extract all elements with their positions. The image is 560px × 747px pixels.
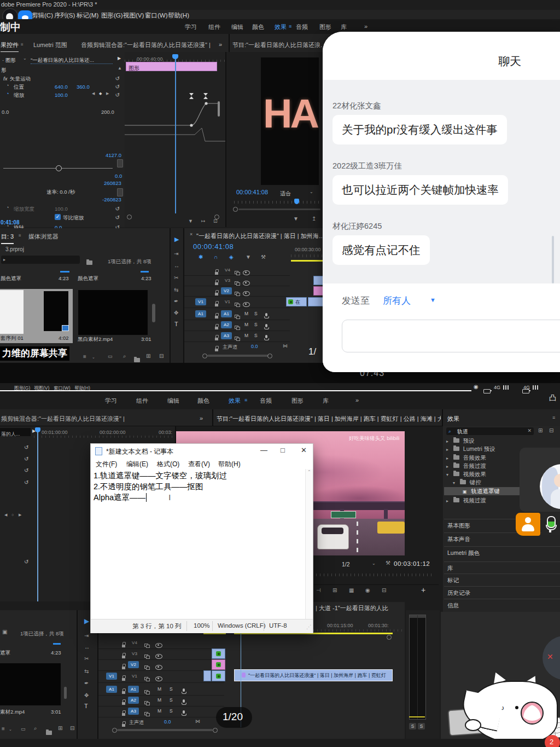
mute-button[interactable]: M <box>158 686 161 692</box>
tab-library[interactable]: 库 <box>341 23 347 31</box>
tab-program-monitor[interactable]: 节目:"一起看日落的人比日落还浪漫" | 落日 | 加州海岸 | 跑车 | 霓虹… <box>217 415 441 423</box>
uniform-scale-checkbox[interactable]: ✓ <box>55 214 61 220</box>
nest-indicator-icon[interactable]: ◈ <box>229 254 234 260</box>
tab-graphics[interactable]: 图形 <box>291 397 304 405</box>
scroll-handle-icon[interactable] <box>213 728 218 733</box>
selection-tool-icon[interactable]: ▶ <box>84 617 89 625</box>
add-marker-icon[interactable]: ▼ <box>293 216 299 222</box>
menu-item[interactable]: 格式(O) <box>157 460 179 469</box>
chat-message-bubble[interactable]: 感觉有点记不住 <box>332 235 430 265</box>
tab-library[interactable]: 库 <box>323 397 329 405</box>
menu-item[interactable]: 查看(V) <box>188 460 210 469</box>
zoom-level-select[interactable]: 适合 <box>280 190 291 198</box>
timeline-clip[interactable] <box>203 670 211 681</box>
scale-slider-handle[interactable] <box>56 165 62 171</box>
close-button[interactable]: ✕ <box>301 446 307 454</box>
selection-tool-icon[interactable]: ▶ <box>174 236 179 243</box>
tab-lumetri-scopes[interactable]: Lumetri 范围 <box>33 41 67 49</box>
add-keyframe-icon[interactable]: ◆ <box>99 91 102 95</box>
export-frame-icon[interactable]: ◉ <box>365 588 370 593</box>
mini-playhead-line[interactable] <box>37 432 38 601</box>
reset-icon[interactable]: ↺ <box>115 75 120 82</box>
source-patch-a1[interactable]: A1 <box>195 310 206 317</box>
timeline-clip[interactable] <box>313 276 323 285</box>
menu-item[interactable]: 编辑(E) <box>126 460 148 469</box>
participants-button[interactable] <box>516 513 540 536</box>
muted-camera-avatar[interactable]: ✕ <box>542 636 560 680</box>
trash-icon[interactable]: ⊟ <box>70 726 74 731</box>
track-name-targeted[interactable]: A3 <box>221 332 232 339</box>
scroll-handle-icon[interactable] <box>233 207 238 212</box>
scroll-handle-icon[interactable] <box>112 728 117 733</box>
track-name-targeted[interactable]: A1 <box>221 310 232 317</box>
mute-button[interactable]: M <box>158 708 161 714</box>
tab-edit[interactable]: 编辑 <box>167 397 179 405</box>
menu-item[interactable]: 序列(S) <box>54 11 75 20</box>
chevron-right-icon[interactable]: ▸ <box>446 464 448 469</box>
track-name-targeted[interactable]: V2 <box>128 661 139 668</box>
scroll-handle-icon[interactable] <box>127 215 132 219</box>
ease-keyframe-icon[interactable] <box>203 93 208 99</box>
track-lock-icon[interactable] <box>215 333 219 343</box>
chat-message-bubble[interactable]: 也可以拉近两个关键帧加快速率 <box>332 175 508 205</box>
export-icon[interactable]: ⊡ <box>213 219 218 224</box>
reset-icon[interactable]: ↺ <box>24 559 28 565</box>
reset-icon[interactable]: ↺ <box>24 444 28 450</box>
tab-overflow[interactable]: » <box>364 23 368 30</box>
timeline-clip-nested[interactable]: 在 <box>286 297 307 306</box>
program-scrub-marker[interactable] <box>294 199 299 204</box>
mute-button[interactable]: M <box>244 322 248 327</box>
fx-new-bin-icon[interactable]: ⊞ <box>538 428 542 433</box>
tab-effects-active[interactable]: 效果 <box>275 23 287 31</box>
panel-menu-icon[interactable]: ≡ <box>21 43 24 47</box>
track-lock-icon[interactable] <box>122 708 126 718</box>
notepad-scrollbar[interactable]: ⌃ <box>305 469 313 619</box>
next-keyframe-icon[interactable]: ▶ <box>19 513 21 517</box>
ripple-edit-tool-icon[interactable]: ↔ <box>84 645 90 650</box>
fx-tree-item[interactable]: ▸ 音频效果 <box>444 454 486 462</box>
solo-button[interactable]: S <box>254 311 258 316</box>
fx-tree-item[interactable]: ▸ 音频过渡 <box>444 462 486 470</box>
kf-playhead-marker[interactable] <box>172 54 178 59</box>
monitor-page-select[interactable]: 1/2 <box>342 561 350 568</box>
reset-icon[interactable]: ↺ <box>24 479 28 485</box>
notepad-titlebar[interactable]: *新建文本文档 - 记事本 — □ ✕ <box>91 444 313 459</box>
keyframe-box-icon[interactable] <box>117 188 123 196</box>
notepad-textarea[interactable]: 1.轨道遮罩键——文字镂空，玻璃划过 2.不透明度的钢笔工具——抠图 Alpha… <box>91 469 306 619</box>
sync-lock-icon[interactable] <box>144 674 150 684</box>
solo-right-button[interactable]: S <box>418 723 425 729</box>
master-gain-value[interactable]: 0.0 <box>251 344 258 349</box>
jump-icon[interactable]: ↦ <box>201 219 206 224</box>
track-name[interactable]: V4 <box>129 639 140 646</box>
ease-keyframe-icon[interactable] <box>189 93 194 99</box>
timeline-timecode[interactable]: 00:00:41:08 <box>193 242 234 251</box>
chevron-down-icon[interactable]: ⌄ <box>372 561 376 566</box>
track-name[interactable]: V4 <box>222 267 233 274</box>
pen-tool-icon[interactable]: ✒ <box>84 681 89 686</box>
type-tool-icon[interactable]: T <box>174 321 178 327</box>
new-item-icon[interactable]: ⊞ <box>58 726 62 731</box>
tab-learn[interactable]: 学习 <box>185 23 197 31</box>
menu-item[interactable]: 帮助(H) <box>218 460 241 469</box>
razor-tool-icon[interactable]: ✂ <box>84 656 89 662</box>
hand-tool-icon[interactable]: ✥ <box>84 693 89 698</box>
insert-icon[interactable]: ⊞ <box>332 588 337 593</box>
ec-position-label[interactable]: 位置 <box>14 83 24 90</box>
track-name[interactable]: V1 <box>129 673 140 680</box>
chevron-down-icon[interactable]: ▾ <box>453 480 455 485</box>
timeline-tab[interactable]: "一起看日落的人比日落还浪漫" | 落日 | 加州海... <box>196 232 328 240</box>
tab-more-panels[interactable]: » <box>219 41 222 48</box>
overwrite-icon[interactable]: ▦ <box>349 588 354 593</box>
minimize-button[interactable]: — <box>260 446 267 454</box>
kf-scrollbar-thumb[interactable] <box>218 101 220 117</box>
chevron-right-icon[interactable]: ▸ <box>446 447 448 452</box>
solo-button[interactable]: S <box>254 322 258 327</box>
source-patch-v1[interactable]: V1 <box>195 298 206 305</box>
compare-view-icon[interactable]: ⊟ <box>382 588 386 593</box>
list-view-icon[interactable]: ≡ <box>83 354 86 360</box>
linked-selection-icon[interactable]: ∩ <box>214 254 218 260</box>
clip-name[interactable]: 颜色遮罩 <box>78 275 98 282</box>
ec-scale-value[interactable]: 100.0 <box>55 91 68 99</box>
timeline-clip[interactable] <box>308 297 323 306</box>
stopwatch-icon[interactable]: ◔ <box>6 91 9 96</box>
